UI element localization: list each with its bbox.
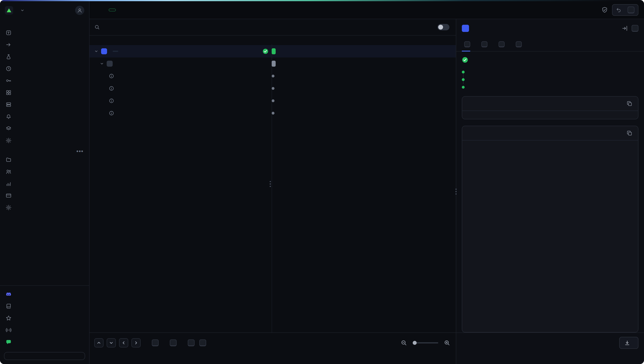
trigger-logo bbox=[5, 6, 13, 14]
tab-detail[interactable] bbox=[479, 38, 487, 51]
sidebar-item-alerts[interactable] bbox=[0, 110, 89, 122]
sidebar-item-organization-settings[interactable] bbox=[0, 202, 89, 214]
book-icon bbox=[6, 303, 12, 309]
sidebar-item-team[interactable] bbox=[0, 166, 89, 178]
app-window: ••• bbox=[0, 0, 644, 364]
zoom-slider-knob[interactable] bbox=[413, 341, 417, 345]
tree-row-log[interactable] bbox=[90, 94, 456, 107]
success-check-icon bbox=[262, 48, 268, 54]
root-badge bbox=[113, 51, 118, 52]
topbar bbox=[90, 1, 644, 19]
layers-icon bbox=[6, 126, 12, 132]
download-logs-button[interactable] bbox=[619, 337, 638, 349]
esc-key-badge bbox=[631, 25, 638, 32]
errors-only-toggle[interactable] bbox=[437, 24, 449, 30]
sidebar-item-usage[interactable] bbox=[0, 178, 89, 190]
zoom-in-icon[interactable] bbox=[444, 340, 450, 346]
tree-row-attempt[interactable] bbox=[90, 58, 456, 70]
sidebar-item-tasks[interactable] bbox=[0, 27, 89, 39]
sidebar-item-runs[interactable] bbox=[0, 39, 89, 51]
plan-box bbox=[4, 352, 85, 360]
info-icon bbox=[109, 73, 114, 79]
pane-resize-handle[interactable] bbox=[270, 181, 271, 187]
tab-overview[interactable] bbox=[462, 38, 470, 51]
sidebar-item-project-settings[interactable] bbox=[0, 134, 89, 146]
grid-icon bbox=[6, 90, 12, 96]
inspector-header bbox=[456, 19, 644, 38]
folder-icon bbox=[6, 157, 12, 163]
navigate-down-button[interactable] bbox=[107, 338, 116, 348]
task-duration-bar[interactable] bbox=[272, 48, 276, 54]
search-icon bbox=[94, 24, 100, 30]
people-icon bbox=[6, 169, 12, 174]
copy-icon[interactable] bbox=[626, 130, 632, 136]
copy-icon[interactable] bbox=[626, 100, 632, 106]
timing-triggered bbox=[462, 70, 638, 77]
tab-metadata[interactable] bbox=[513, 38, 522, 51]
credit-card-icon bbox=[6, 192, 12, 198]
timing-dot bbox=[462, 78, 465, 81]
timeline-dot bbox=[272, 112, 274, 114]
attempt-duration-bar[interactable] bbox=[272, 61, 276, 67]
tree-row-log[interactable] bbox=[90, 82, 456, 94]
sidebar-item-status[interactable] bbox=[0, 324, 89, 336]
tasks-icon bbox=[6, 30, 12, 36]
download-icon bbox=[624, 340, 630, 346]
sidebar-item-schedules[interactable] bbox=[0, 63, 89, 75]
sidebar-item-deployments[interactable] bbox=[0, 98, 89, 110]
tree-row-log[interactable] bbox=[90, 70, 456, 82]
info-icon bbox=[109, 110, 114, 116]
zoom-slider[interactable] bbox=[413, 342, 438, 344]
sidebar-item-environment-variables[interactable] bbox=[0, 86, 89, 98]
tab-context[interactable] bbox=[496, 38, 505, 51]
zoom-out-icon[interactable] bbox=[401, 340, 407, 346]
collapse-all-key bbox=[170, 340, 177, 346]
replay-run-button[interactable] bbox=[612, 4, 638, 16]
toggle-level-key-from bbox=[188, 340, 195, 346]
user-avatar[interactable] bbox=[75, 6, 84, 15]
shield-icon[interactable] bbox=[601, 6, 608, 13]
chevron-down-icon[interactable] bbox=[100, 62, 104, 66]
close-panel-icon[interactable] bbox=[622, 25, 628, 32]
search-input[interactable] bbox=[103, 24, 431, 31]
run-status bbox=[462, 57, 638, 63]
replay-icon bbox=[616, 8, 621, 12]
sidebar-item-documentation[interactable] bbox=[0, 300, 89, 312]
organization-section-label: ••• bbox=[0, 146, 89, 154]
inspector-footer bbox=[456, 332, 644, 364]
clock-icon bbox=[6, 66, 12, 72]
chat-bubble-icon bbox=[6, 339, 12, 345]
chevron-down-icon[interactable] bbox=[20, 8, 24, 12]
sidebar-item-help-feedback[interactable] bbox=[0, 336, 89, 348]
timing-finished bbox=[462, 84, 638, 90]
sidebar-item-changelog[interactable] bbox=[0, 312, 89, 324]
sidebar-item-concurrency-limits[interactable] bbox=[0, 122, 89, 134]
sidebar-item-test[interactable] bbox=[0, 51, 89, 63]
timeline-ruler bbox=[272, 36, 456, 45]
sidebar-item-discord[interactable] bbox=[0, 288, 89, 300]
root-task-note bbox=[90, 36, 272, 45]
attempt-icon bbox=[107, 61, 113, 67]
run-inspector-panel bbox=[456, 19, 644, 364]
panel-resize-handle[interactable] bbox=[455, 188, 457, 194]
run-log-pane bbox=[90, 19, 456, 364]
gear-icon bbox=[6, 204, 12, 210]
chevron-down-icon[interactable] bbox=[94, 49, 98, 53]
tree-row-task[interactable] bbox=[90, 45, 456, 58]
bell-icon bbox=[6, 114, 12, 120]
info-icon bbox=[109, 86, 114, 91]
server-icon bbox=[6, 102, 12, 108]
sidebar-item-api-keys[interactable] bbox=[0, 75, 89, 86]
environment-badge bbox=[109, 8, 116, 12]
inspector-body bbox=[456, 52, 644, 332]
sidebar-item-projects[interactable] bbox=[0, 154, 89, 166]
navigate-right-button[interactable] bbox=[131, 338, 141, 348]
navigate-up-button[interactable] bbox=[94, 338, 104, 348]
gear-icon bbox=[6, 138, 12, 144]
tree-row-log[interactable] bbox=[90, 107, 456, 119]
star-icon bbox=[6, 315, 12, 321]
toggle-knob bbox=[438, 25, 443, 30]
timing-started bbox=[462, 77, 638, 84]
navigate-left-button[interactable] bbox=[119, 338, 128, 348]
sidebar-item-billing[interactable] bbox=[0, 190, 89, 202]
